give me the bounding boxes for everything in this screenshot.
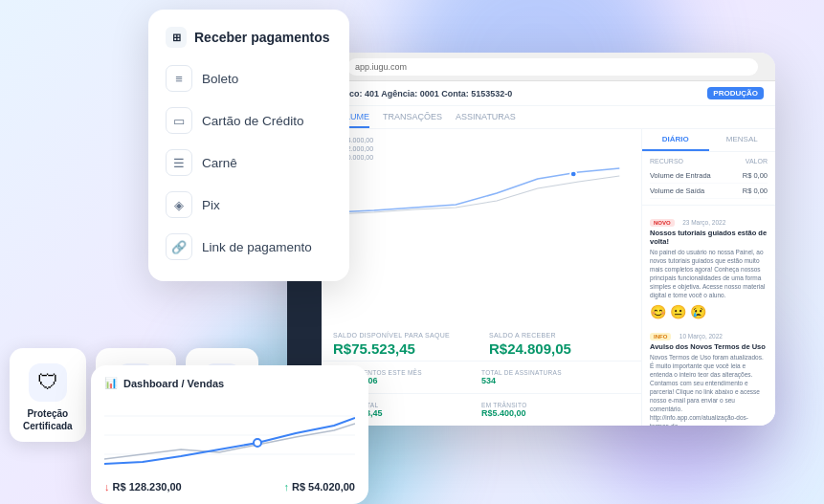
arrow-down-icon: ↓ <box>104 481 110 493</box>
dropdown-item-pix[interactable]: ◈ Pix <box>148 184 349 226</box>
news-badge-info: INFO <box>650 333 671 340</box>
metric-transito: EM TRÂNSITO R$5.400,00 <box>481 398 630 422</box>
pix-icon: ◈ <box>166 191 192 218</box>
volume-chart-svg <box>333 164 630 324</box>
tab-transacoes[interactable]: TRANSAÇÕES <box>383 112 442 128</box>
vendas-card: 📊 Dashboard / Vendas ↓ R$ 128.230,00 ↑ R… <box>91 365 368 504</box>
news-text-1: No painel do usuário no nossa Painel, ao… <box>650 248 768 300</box>
chart-y-labels: R$ 14.000,00 R$ 12.000,00 R$ 10.000,00 <box>333 137 630 161</box>
saldo-disponivel-label: SALDO DISPONÍVEL PARA SAQUE <box>333 332 474 339</box>
rpt-entrada-label: Volume de Entrada <box>650 171 711 180</box>
news-date-2: 10 Março, 2022 <box>679 333 723 340</box>
saldo-receber-label: SALDO A RECEBER <box>489 332 630 339</box>
news-emoji-row: 😊 😐 😢 <box>650 304 768 319</box>
svg-point-0 <box>570 171 576 177</box>
feature-protecao[interactable]: 🛡 ProteçãoCertificada <box>10 348 86 442</box>
right-panel-tabs: DIÁRIO MENSAL <box>642 129 775 152</box>
rpt-row-entrada: Volume de Entrada R$ 0,00 <box>650 168 768 184</box>
rpt-col-valor: VALOR <box>746 158 768 164</box>
vendas-footer: ↓ R$ 128.230,00 ↑ R$ 54.020,00 <box>104 481 355 493</box>
panel-title: Banco: 401 Agência: 0001 Conta: 5153532-… <box>333 89 512 99</box>
rpt-header: RECURSO VALOR <box>650 158 768 164</box>
news-badge-novo: NOVO <box>650 219 675 227</box>
main-panel: Banco: 401 Agência: 0001 Conta: 5153532-… <box>322 81 775 426</box>
shield-icon: 🛡 <box>37 370 58 395</box>
arrow-up-icon: ↑ <box>283 481 289 493</box>
metric-transito-label: EM TRÂNSITO <box>481 402 630 408</box>
panel-header: Banco: 401 Agência: 0001 Conta: 5153532-… <box>322 81 775 106</box>
tab-assinaturas[interactable]: ASSINATURAS <box>456 112 516 128</box>
right-panel-table: RECURSO VALOR Volume de Entrada R$ 0,00 … <box>642 152 775 205</box>
dropdown-item-boleto[interactable]: ≡ Boleto <box>148 57 349 99</box>
metrics-row-2: SALDO TOTAL R$75.523,45 EM TRÂNSITO R$5.… <box>322 393 641 426</box>
rpt-saida-value: R$ 0,00 <box>743 186 768 195</box>
link-label: Link de pagamento <box>202 240 312 254</box>
production-badge: PRODUÇÃO <box>707 87 764 99</box>
dropdown-item-link[interactable]: 🔗 Link de pagamento <box>148 226 349 268</box>
news-title-2: Avulso dos Novos Termos de Uso <box>650 342 768 351</box>
dropdown-item-cartao[interactable]: ▭ Cartão de Crédito <box>148 99 349 142</box>
dropdown-item-carne[interactable]: ☰ Carnê <box>148 142 349 184</box>
chart-label-3: R$ 10.000,00 <box>333 154 630 161</box>
chart-label-1: R$ 14.000,00 <box>333 137 630 143</box>
metric-assinaturas-value: 534 <box>481 376 630 385</box>
vendas-up-value: ↑ R$ 54.020,00 <box>283 481 355 493</box>
rpt-entrada-value: R$ 0,00 <box>743 171 768 180</box>
boleto-label: Boleto <box>202 72 238 86</box>
news-date-1: 23 Março, 2022 <box>682 219 725 226</box>
panel-body: R$ 14.000,00 R$ 12.000,00 R$ 10.000,00 <box>322 129 775 426</box>
dashboard-icon: 📊 <box>104 377 118 389</box>
volume-chart-area: R$ 14.000,00 R$ 12.000,00 R$ 10.000,00 <box>322 129 641 332</box>
vendas-title-text: Dashboard / Vendas <box>123 378 224 389</box>
right-panel: DIÁRIO MENSAL RECURSO VALOR Volume de En… <box>641 129 775 426</box>
right-tab-diario[interactable]: DIÁRIO <box>642 129 709 151</box>
news-item-2: INFO 10 Março, 2022 Avulso dos Novos Ter… <box>650 325 768 426</box>
balance-section: SALDO DISPONÍVEL PARA SAQUE R$75.523,45 … <box>322 332 641 357</box>
dropdown-title: Receber pagamentos <box>194 30 330 45</box>
cartao-label: Cartão de Crédito <box>202 114 304 128</box>
vendas-down-amount: R$ 128.230,00 <box>113 481 182 493</box>
dropdown-header-icon: ⊞ <box>166 27 187 48</box>
vendas-title: 📊 Dashboard / Vendas <box>104 377 355 389</box>
vendas-down-value: ↓ R$ 128.230,00 <box>104 481 182 493</box>
vendas-up-amount: R$ 54.020,00 <box>292 481 355 493</box>
boleto-icon: ≡ <box>166 65 192 92</box>
saldo-receber-block: SALDO A RECEBER R$24.809,05 <box>489 332 630 357</box>
protecao-label: ProteçãoCertificada <box>23 407 73 432</box>
news-title-1: Nossos tutoriais guiados estão de volta! <box>650 229 768 246</box>
svg-point-4 <box>254 439 261 447</box>
news-item-1: NOVO 23 Março, 2022 Nossos tutoriais gui… <box>650 211 768 319</box>
url-text: app.iugu.com <box>355 62 407 72</box>
saldo-disponivel-value: R$75.523,45 <box>333 340 474 357</box>
panel-tabs: VOLUME TRANSAÇÕES ASSINATURAS <box>322 106 775 129</box>
news-text-2: Novos Termos de Uso foram atualizados. É… <box>650 353 768 426</box>
url-bar[interactable]: app.iugu.com <box>347 58 758 76</box>
browser-bar: app.iugu.com <box>287 53 775 81</box>
dropdown-header: ⊞ Receber pagamentos <box>148 23 349 57</box>
right-tab-mensal[interactable]: MENSAL <box>709 129 776 151</box>
cartao-icon: ▭ <box>166 107 192 134</box>
metrics-row-1: RECEBIMENTOS ESTE MÊS R$8.430,06 TOTAL D… <box>322 361 641 393</box>
protecao-icon-wrap: 🛡 <box>29 363 67 402</box>
link-icon: 🔗 <box>166 233 192 260</box>
metric-transito-value: R$5.400,00 <box>481 408 630 418</box>
carne-label: Carnê <box>202 156 237 170</box>
metric-assinaturas: TOTAL DE ASSINATURAS 534 <box>481 365 630 389</box>
carne-icon: ☰ <box>166 149 192 176</box>
saldo-receber-value: R$24.809,05 <box>489 340 630 357</box>
news-section: NOVO 23 Março, 2022 Nossos tutoriais gui… <box>642 205 775 426</box>
dropdown-menu: ⊞ Receber pagamentos ≡ Boleto ▭ Cartão d… <box>148 10 349 281</box>
pix-label: Pix <box>202 198 220 212</box>
vendas-chart <box>104 397 355 473</box>
rpt-row-saida: Volume de Saída R$ 0,00 <box>650 184 768 199</box>
rpt-saida-label: Volume de Saída <box>650 186 704 195</box>
chart-label-2: R$ 12.000,00 <box>333 145 630 152</box>
rpt-col-recurso: RECURSO <box>650 158 683 164</box>
saldo-disponivel-block: SALDO DISPONÍVEL PARA SAQUE R$75.523,45 <box>333 332 474 357</box>
metric-assinaturas-label: TOTAL DE ASSINATURAS <box>481 369 630 376</box>
